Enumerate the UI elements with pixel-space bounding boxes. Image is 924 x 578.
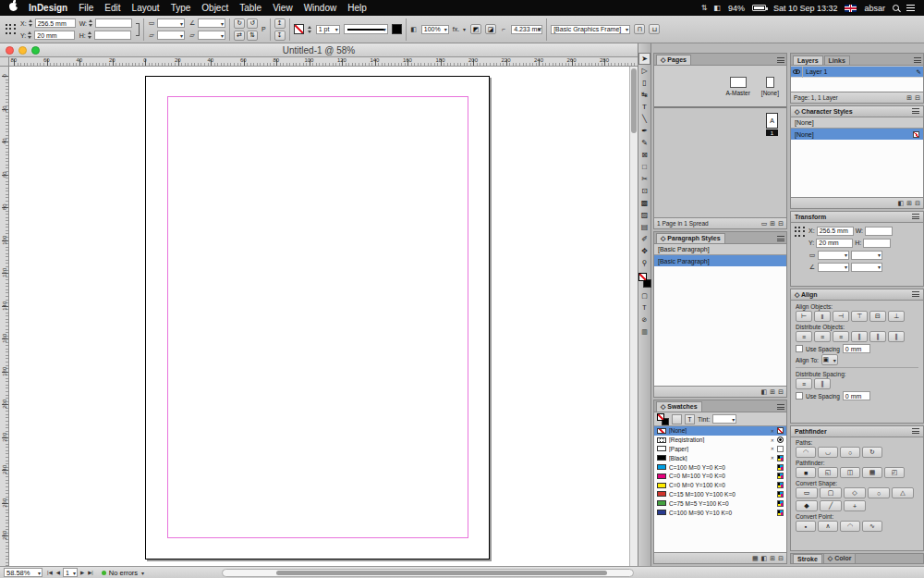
use-spacing-checkbox[interactable]	[796, 392, 803, 400]
previous-page-button[interactable]: ◀	[55, 570, 61, 575]
fx-menu[interactable]: fx.	[453, 26, 467, 32]
transform-scale-x-field[interactable]	[818, 251, 849, 260]
vertical-scrollbar-thumb[interactable]	[631, 68, 637, 133]
swatches-panel-tab[interactable]: ◇ Swatches	[656, 401, 702, 412]
swatch-row[interactable]: [Paper]	[654, 445, 786, 454]
swatch-row[interactable]: C=100 M=90 Y=10 K=0	[654, 508, 786, 517]
panel-menu-icon[interactable]	[912, 291, 919, 297]
convert-shape-button[interactable]: ○	[868, 487, 890, 498]
path-operation-button[interactable]: ◡	[818, 447, 838, 458]
rectangle-frame-tool[interactable]: ⊠	[638, 149, 650, 161]
panel-menu-icon[interactable]	[914, 57, 921, 63]
scale-x-field[interactable]	[157, 18, 185, 28]
swatch-row[interactable]: C=15 M=100 Y=100 K=0	[654, 490, 786, 499]
spotlight-search-icon[interactable]	[893, 5, 899, 11]
paragraph-style-row[interactable]: [Basic Paragraph]	[654, 255, 786, 266]
next-page-button[interactable]: ▶	[79, 570, 85, 575]
convert-shape-button[interactable]: ▢	[820, 487, 842, 498]
swatch-row[interactable]: [None]	[654, 426, 786, 436]
effect-transparency-button[interactable]: ◪	[485, 24, 496, 34]
scissors-tool[interactable]: ✂	[638, 173, 650, 185]
convert-shape-button[interactable]: +	[844, 500, 866, 511]
y-stepper[interactable]	[28, 31, 32, 40]
corner-radius-field[interactable]: 4.233 mm	[511, 25, 542, 34]
edit-page-size-button[interactable]	[761, 220, 768, 228]
menu-item[interactable]: Edit	[104, 3, 120, 13]
object-style-dropdown[interactable]: [Basic Graphics Frame]	[551, 25, 630, 34]
menu-clock[interactable]: Sat 10 Sep 13:32	[773, 4, 838, 13]
width-field[interactable]	[95, 18, 132, 28]
user-menu[interactable]: absar	[864, 4, 885, 13]
apply-none-button[interactable]: ⊘	[638, 314, 650, 326]
panel-menu-icon[interactable]	[912, 428, 919, 434]
gradient-swatch-tool[interactable]: ▩	[638, 197, 650, 209]
swatch-row[interactable]: C=0 M=100 Y=0 K=0	[654, 472, 786, 481]
align-button[interactable]: ‖	[814, 311, 831, 322]
convert-point-button[interactable]: ◠	[840, 521, 860, 532]
menu-item[interactable]: Window	[304, 3, 337, 13]
panel-tab[interactable]: Layers	[793, 55, 823, 65]
align-button[interactable]: ⊢	[796, 311, 812, 322]
path-operation-button[interactable]: ○	[840, 447, 860, 458]
rectangle-tool[interactable]: □	[638, 161, 650, 173]
pages-panel-tab[interactable]: ◇ Pages	[656, 55, 691, 65]
menu-status-icon[interactable]: ◧	[713, 4, 721, 12]
rotate-90-ccw-button[interactable]: ↺	[247, 18, 258, 29]
stroke-panel-tab[interactable]: Stroke	[793, 554, 822, 563]
type-tool[interactable]: T	[638, 101, 650, 113]
transform-w-field[interactable]	[865, 227, 893, 236]
delete-style-button[interactable]	[778, 388, 784, 396]
align-button[interactable]: ⊥	[888, 311, 905, 322]
distribute-button[interactable]: ∥	[851, 331, 868, 342]
swatch-row[interactable]: C=0 M=0 Y=100 K=0	[654, 481, 786, 490]
distribute-spacing-button[interactable]: ∥	[814, 378, 831, 389]
constrain-dimensions-link-icon[interactable]	[136, 23, 140, 36]
color-panel-tab[interactable]: ◇ Color	[823, 553, 857, 563]
stroke-type-dropdown[interactable]	[344, 24, 388, 34]
paragraph-styles-panel-tab[interactable]: ◇ Paragraph Styles	[656, 233, 725, 243]
panel-menu-icon[interactable]	[777, 57, 784, 63]
gap-tool[interactable]: ↹	[638, 89, 650, 101]
wrap-none-button[interactable]: ⊓	[634, 24, 645, 34]
height-field[interactable]	[94, 31, 131, 40]
panel-tab[interactable]: Links	[824, 55, 850, 65]
formatting-affects-text-button[interactable]: T	[638, 301, 650, 314]
align-to-dropdown[interactable]: ▣	[821, 354, 838, 365]
pasteboard[interactable]	[9, 67, 629, 566]
layer-visibility-toggle[interactable]	[791, 67, 803, 78]
layer-row[interactable]: Layer 1	[791, 67, 923, 78]
pathfinder-operation-button[interactable]: ◱	[818, 467, 838, 478]
transform-y-field[interactable]: 20 mm	[816, 239, 853, 248]
stroke-weight-stepper[interactable]	[308, 25, 312, 34]
fill-color-swatch[interactable]	[392, 24, 402, 34]
use-spacing-checkbox[interactable]	[796, 345, 803, 352]
stroke-weight-field[interactable]: 1 pt	[316, 25, 340, 34]
rotate-90-cw-button[interactable]: ↻	[234, 18, 245, 29]
rotation-angle-field[interactable]	[198, 18, 225, 28]
distribute-button[interactable]: ∥	[888, 331, 905, 342]
page-number-field[interactable]: 1	[63, 568, 78, 577]
input-language-flag-icon[interactable]	[845, 5, 857, 12]
convert-point-button[interactable]: ∧	[818, 521, 838, 532]
distribute-button[interactable]: ≡	[833, 331, 849, 342]
convert-shape-button[interactable]: △	[892, 487, 914, 498]
selection-tool[interactable]: ➤	[638, 53, 650, 65]
last-page-button[interactable]: ▶|	[87, 570, 94, 575]
transform-rotation-field[interactable]	[818, 263, 849, 272]
convert-shape-button[interactable]: ◆	[796, 500, 818, 511]
fill-swatch-icon[interactable]	[638, 273, 647, 281]
flip-horizontal-button[interactable]: ⇄	[234, 31, 245, 41]
style-group-button[interactable]	[761, 388, 768, 396]
menu-item[interactable]: Help	[347, 3, 367, 13]
new-color-group-button[interactable]	[761, 555, 768, 562]
menu-item[interactable]: View	[273, 3, 293, 13]
swatch-row[interactable]: [Registration]	[654, 436, 786, 445]
distribute-spacing-field[interactable]: 0 mm	[843, 344, 870, 353]
transform-reference-proxy[interactable]	[794, 226, 806, 238]
fill-stroke-proxy[interactable]	[638, 273, 651, 288]
panel-menu-icon[interactable]	[912, 108, 919, 114]
horizontal-ruler[interactable]: 8060402002040608010012014016018020022024…	[9, 57, 638, 67]
reference-point-proxy[interactable]	[5, 23, 17, 35]
distribute-button[interactable]: ∥	[869, 331, 886, 342]
wrap-around-button[interactable]: ⊔	[649, 24, 660, 34]
